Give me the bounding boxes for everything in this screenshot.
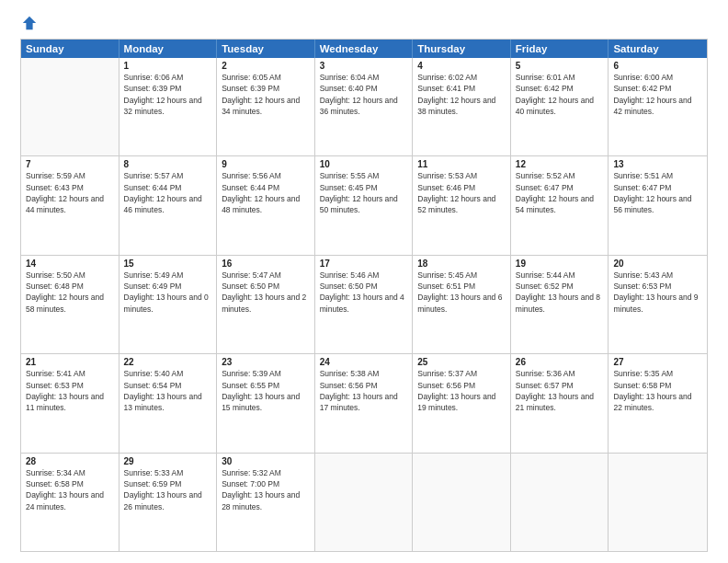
sunrise-text: Sunrise: 6:04 AM: [320, 72, 408, 83]
day-number: 16: [222, 259, 310, 269]
day-number: 22: [124, 357, 212, 367]
cal-cell: 25Sunrise: 5:37 AMSunset: 6:56 PMDayligh…: [413, 354, 511, 452]
cal-cell: 20Sunrise: 5:43 AMSunset: 6:53 PMDayligh…: [609, 256, 707, 353]
cal-cell: 14Sunrise: 5:50 AMSunset: 6:48 PMDayligh…: [21, 256, 119, 353]
calendar-header: SundayMondayTuesdayWednesdayThursdayFrid…: [21, 40, 707, 58]
sunrise-text: Sunrise: 5:32 AM: [222, 467, 310, 478]
day-number: 7: [26, 159, 114, 169]
sunrise-text: Sunrise: 5:53 AM: [417, 170, 506, 181]
daylight-text: Daylight: 12 hours and 56 minutes.: [613, 193, 702, 216]
header-cell-monday: Monday: [119, 40, 218, 58]
cal-cell: 30Sunrise: 5:32 AMSunset: 7:00 PMDayligh…: [217, 454, 315, 551]
sunrise-text: Sunrise: 5:52 AM: [516, 170, 604, 181]
daylight-text: Daylight: 13 hours and 21 minutes.: [516, 391, 604, 414]
daylight-text: Daylight: 12 hours and 52 minutes.: [417, 193, 506, 216]
week-row-4: 21Sunrise: 5:41 AMSunset: 6:53 PMDayligh…: [21, 354, 707, 453]
sunrise-text: Sunrise: 5:41 AM: [26, 368, 114, 379]
sunrise-text: Sunrise: 6:01 AM: [516, 72, 604, 83]
day-number: 19: [516, 259, 604, 269]
sunset-text: Sunset: 6:43 PM: [26, 182, 114, 193]
sunrise-text: Sunrise: 5:51 AM: [613, 170, 702, 181]
cal-cell: 13Sunrise: 5:51 AMSunset: 6:47 PMDayligh…: [609, 156, 707, 254]
cal-cell: 18Sunrise: 5:45 AMSunset: 6:51 PMDayligh…: [413, 256, 511, 353]
sunset-text: Sunset: 6:39 PM: [124, 83, 212, 94]
day-number: 23: [222, 357, 310, 367]
cal-cell: [511, 454, 609, 551]
day-number: 12: [516, 159, 604, 169]
daylight-text: Daylight: 12 hours and 50 minutes.: [320, 193, 408, 216]
daylight-text: Daylight: 13 hours and 4 minutes.: [320, 292, 408, 315]
day-number: 30: [222, 456, 310, 466]
sunset-text: Sunset: 6:48 PM: [26, 281, 114, 292]
sunrise-text: Sunrise: 5:44 AM: [516, 270, 604, 281]
daylight-text: Daylight: 12 hours and 44 minutes.: [26, 193, 114, 216]
daylight-text: Daylight: 13 hours and 24 minutes.: [26, 489, 114, 512]
sunset-text: Sunset: 7:00 PM: [222, 478, 310, 489]
week-row-2: 7Sunrise: 5:59 AMSunset: 6:43 PMDaylight…: [21, 156, 707, 255]
week-row-5: 28Sunrise: 5:34 AMSunset: 6:58 PMDayligh…: [21, 454, 707, 551]
header-cell-sunday: Sunday: [21, 40, 119, 58]
daylight-text: Daylight: 12 hours and 42 minutes.: [613, 95, 702, 118]
header-cell-wednesday: Wednesday: [315, 40, 414, 58]
header-cell-friday: Friday: [511, 40, 609, 58]
cal-cell: 1Sunrise: 6:06 AMSunset: 6:39 PMDaylight…: [119, 58, 218, 155]
page: SundayMondayTuesdayWednesdayThursdayFrid…: [0, 0, 728, 563]
sunset-text: Sunset: 6:42 PM: [516, 83, 604, 94]
sunset-text: Sunset: 6:56 PM: [417, 380, 506, 391]
cal-cell: 23Sunrise: 5:39 AMSunset: 6:55 PMDayligh…: [217, 354, 315, 452]
sunset-text: Sunset: 6:44 PM: [222, 182, 310, 193]
week-row-1: 1Sunrise: 6:06 AMSunset: 6:39 PMDaylight…: [21, 58, 707, 156]
daylight-text: Daylight: 13 hours and 19 minutes.: [417, 391, 506, 414]
sunrise-text: Sunrise: 5:40 AM: [124, 368, 212, 379]
cal-cell: 5Sunrise: 6:01 AMSunset: 6:42 PMDaylight…: [511, 58, 609, 155]
cal-cell: 4Sunrise: 6:02 AMSunset: 6:41 PMDaylight…: [413, 58, 511, 155]
sunrise-text: Sunrise: 5:47 AM: [222, 270, 310, 281]
sunrise-text: Sunrise: 5:33 AM: [124, 467, 212, 478]
sunset-text: Sunset: 6:51 PM: [417, 281, 506, 292]
sunrise-text: Sunrise: 5:45 AM: [417, 270, 506, 281]
sunset-text: Sunset: 6:52 PM: [516, 281, 604, 292]
svg-marker-0: [23, 17, 36, 29]
day-number: 9: [222, 159, 310, 169]
day-number: 21: [26, 357, 114, 367]
cal-cell: 15Sunrise: 5:49 AMSunset: 6:49 PMDayligh…: [119, 256, 218, 353]
day-number: 27: [613, 357, 702, 367]
sunrise-text: Sunrise: 6:05 AM: [222, 72, 310, 83]
calendar: SundayMondayTuesdayWednesdayThursdayFrid…: [20, 39, 708, 552]
day-number: 15: [124, 259, 212, 269]
header-cell-thursday: Thursday: [413, 40, 511, 58]
cal-cell: 3Sunrise: 6:04 AMSunset: 6:40 PMDaylight…: [315, 58, 414, 155]
daylight-text: Daylight: 13 hours and 15 minutes.: [222, 391, 310, 414]
cal-cell: 27Sunrise: 5:35 AMSunset: 6:58 PMDayligh…: [609, 354, 707, 452]
cal-cell: 11Sunrise: 5:53 AMSunset: 6:46 PMDayligh…: [413, 156, 511, 254]
header-cell-tuesday: Tuesday: [217, 40, 315, 58]
logo: [20, 17, 38, 31]
cal-cell: 12Sunrise: 5:52 AMSunset: 6:47 PMDayligh…: [511, 156, 609, 254]
day-number: 17: [320, 259, 408, 269]
sunset-text: Sunset: 6:58 PM: [613, 380, 702, 391]
sunset-text: Sunset: 6:56 PM: [320, 380, 408, 391]
cal-cell: 28Sunrise: 5:34 AMSunset: 6:58 PMDayligh…: [21, 454, 119, 551]
sunrise-text: Sunrise: 5:34 AM: [26, 467, 114, 478]
cal-cell: [609, 454, 707, 551]
sunrise-text: Sunrise: 5:59 AM: [26, 170, 114, 181]
daylight-text: Daylight: 12 hours and 32 minutes.: [124, 95, 212, 118]
header: [20, 17, 708, 31]
cal-cell: 29Sunrise: 5:33 AMSunset: 6:59 PMDayligh…: [119, 454, 218, 551]
sunset-text: Sunset: 6:57 PM: [516, 380, 604, 391]
cal-cell: 2Sunrise: 6:05 AMSunset: 6:39 PMDaylight…: [217, 58, 315, 155]
sunrise-text: Sunrise: 5:43 AM: [613, 270, 702, 281]
day-number: 13: [613, 159, 702, 169]
sunset-text: Sunset: 6:47 PM: [516, 182, 604, 193]
cal-cell: [413, 454, 511, 551]
cal-cell: 6Sunrise: 6:00 AMSunset: 6:42 PMDaylight…: [609, 58, 707, 155]
daylight-text: Daylight: 12 hours and 48 minutes.: [222, 193, 310, 216]
sunrise-text: Sunrise: 5:57 AM: [124, 170, 212, 181]
daylight-text: Daylight: 13 hours and 28 minutes.: [222, 489, 310, 512]
daylight-text: Daylight: 12 hours and 58 minutes.: [26, 292, 114, 315]
sunrise-text: Sunrise: 5:39 AM: [222, 368, 310, 379]
sunrise-text: Sunrise: 6:00 AM: [613, 72, 702, 83]
cal-cell: 10Sunrise: 5:55 AMSunset: 6:45 PMDayligh…: [315, 156, 414, 254]
daylight-text: Daylight: 13 hours and 2 minutes.: [222, 292, 310, 315]
sunset-text: Sunset: 6:58 PM: [26, 478, 114, 489]
